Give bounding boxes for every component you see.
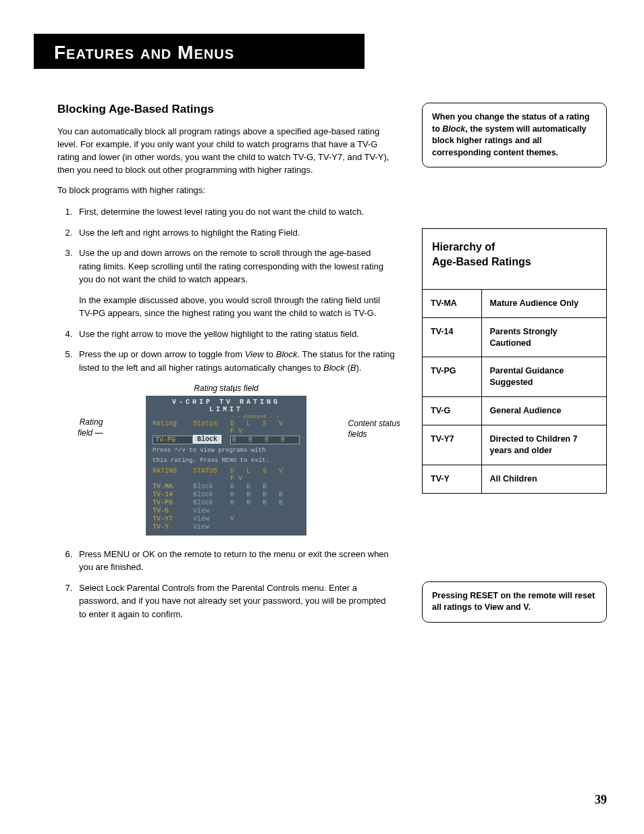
rating-code: TV-MA: [423, 289, 481, 317]
chapter-title: Features and Menus: [54, 42, 234, 63]
hierarchy-table-box: Hierarchy ofAge-Based Ratings TV-MAMatur…: [422, 228, 607, 494]
callout-reset-note: Pressing RESET on the remote will reset …: [422, 581, 607, 623]
osd-table-header: RATING STATUS D L S V FV: [153, 467, 300, 482]
osd-help-line-1: Press ^/v to view programs with: [153, 447, 300, 454]
step-1: First, determine the lowest level rating…: [75, 205, 395, 219]
step-7: Select Lock Parental Controls from the P…: [75, 581, 395, 621]
step-3: Use the up and down arrows on the remote…: [75, 246, 395, 286]
sidebar-column: When you change the status of a rating t…: [422, 103, 607, 643]
rating-code: TV-G: [423, 397, 481, 425]
step-5: Press the up or down arrow to toggle fro…: [75, 348, 395, 374]
label-content-fields: Content statusfields: [348, 419, 400, 440]
rating-code: TV-PG: [423, 357, 481, 397]
step-2: Use the left and right arrows to highlig…: [75, 226, 395, 240]
hierarchy-row: TV-YAll Children: [423, 465, 606, 492]
intro-paragraph: You can automatically block all program …: [57, 126, 395, 176]
osd-data-row: TV-GView: [153, 507, 300, 515]
steps-list-cont1: Use the right arrow to move the yellow h…: [75, 328, 395, 375]
rating-code: TV-14: [423, 317, 481, 357]
osd-data-row: TV-MABlock B B B: [153, 483, 300, 490]
rating-code: TV-Y: [423, 465, 481, 492]
lead-paragraph: To block programs with higher ratings:: [57, 184, 395, 197]
step-4: Use the right arrow to move the yellow h…: [75, 328, 395, 341]
steps-list-cont2: Press MENU or OK on the remote to return…: [75, 548, 395, 621]
label-rating-field: Ratingfield —: [78, 417, 103, 438]
hierarchy-row: TV-Y7Directed to Children 7 years and ol…: [423, 425, 606, 465]
hierarchy-title: Hierarchy ofAge-Based Ratings: [423, 229, 606, 289]
rating-desc: Parental Guidance Suggested: [481, 357, 606, 397]
rating-desc: Parents Strongly Cautioned: [481, 317, 606, 357]
rating-desc: Mature Audience Only: [481, 289, 606, 317]
steps-list: First, determine the lowest level rating…: [75, 205, 395, 286]
step-3-extra: In the example discussed above, you woul…: [79, 294, 395, 320]
osd-data-row: TV-PGBlockB B B B: [153, 499, 300, 506]
page-number: 39: [595, 793, 607, 807]
step-6: Press MENU or OK on the remote to return…: [75, 548, 395, 574]
rating-desc: General Audience: [481, 397, 606, 425]
osd-help-line-2: this rating. Press MENU to exit.: [153, 457, 300, 465]
main-column: Blocking Age-Based Ratings You can autom…: [57, 103, 395, 643]
osd-selected-row: TV-PG Block B B B B: [153, 436, 300, 444]
tv-screen-figure: Rating status field Ratingfield — Conten…: [57, 384, 395, 536]
label-status-field: Rating status field: [57, 384, 395, 393]
hierarchy-row: TV-PGParental Guidance Suggested: [423, 357, 606, 397]
chapter-banner: Features and Menus: [34, 34, 365, 69]
section-heading: Blocking Age-Based Ratings: [57, 103, 395, 116]
rating-desc: All Children: [481, 465, 606, 492]
hierarchy-row: TV-MAMature Audience Only: [423, 289, 606, 317]
osd-title: V-CHIP TV RATING LIMIT: [153, 398, 300, 413]
rating-code: TV-Y7: [423, 425, 481, 465]
hierarchy-table: TV-MAMature Audience OnlyTV-14Parents St…: [423, 289, 606, 493]
osd-header-row: Rating Status D L S V FV: [153, 420, 300, 435]
osd-content-label: - - Content - -: [153, 413, 279, 419]
osd-data-row: TV-YView: [153, 523, 300, 531]
osd-data-row: TV-14BlockB B B B: [153, 491, 300, 498]
callout-block-note: When you change the status of a rating t…: [422, 103, 607, 167]
tv-osd-screen: V-CHIP TV RATING LIMIT - - Content - - R…: [146, 396, 306, 536]
rating-desc: Directed to Children 7 years and older: [481, 425, 606, 465]
hierarchy-row: TV-14Parents Strongly Cautioned: [423, 317, 606, 357]
hierarchy-row: TV-GGeneral Audience: [423, 397, 606, 425]
osd-data-row: TV-Y7View V: [153, 515, 300, 523]
